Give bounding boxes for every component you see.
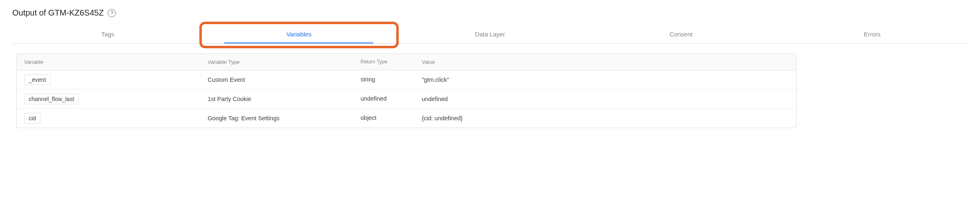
table-header-row: Variable Variable Type Return Type Value <box>17 54 796 70</box>
table-row[interactable]: cidGoogle Tag: Event Settingsobject{cid:… <box>17 109 796 128</box>
page-title: Output of GTM-KZ6S45Z <box>12 8 104 18</box>
header-value: Value <box>422 59 789 65</box>
header: Output of GTM-KZ6S45Z ? <box>12 8 968 18</box>
cell-return-type: object <box>361 115 422 122</box>
table-row[interactable]: _eventCustom Eventstring"gtm.click" <box>17 70 796 90</box>
tab-consent[interactable]: Consent <box>585 25 777 43</box>
content-area: Variable Variable Type Return Type Value… <box>12 54 968 128</box>
cell-value: "gtm.click" <box>422 76 789 83</box>
table-body: _eventCustom Eventstring"gtm.click"chann… <box>17 70 796 128</box>
cell-variable-type: Google Tag: Event Settings <box>208 115 361 122</box>
help-icon[interactable]: ? <box>108 9 116 17</box>
cell-variable-type: Custom Event <box>208 76 361 83</box>
cell-variable: _event <box>24 74 208 85</box>
tab-tags[interactable]: Tags <box>12 25 203 43</box>
cell-variable: channel_flow_last <box>24 94 208 104</box>
tab-variables[interactable]: Variables <box>203 25 395 43</box>
tabs-wrapper: TagsVariablesData LayerConsentErrors <box>12 25 968 44</box>
cell-variable: cid <box>24 113 208 124</box>
tabs: TagsVariablesData LayerConsentErrors <box>12 25 968 43</box>
cell-value: {cid: undefined} <box>422 115 789 122</box>
header-return-type: Return Type <box>361 59 422 65</box>
variable-chip[interactable]: cid <box>24 113 41 124</box>
cell-return-type: string <box>361 76 422 83</box>
header-variable-type: Variable Type <box>208 59 361 65</box>
header-variable: Variable <box>24 59 208 65</box>
cell-return-type: undefined <box>361 95 422 102</box>
variable-chip[interactable]: _event <box>24 74 50 85</box>
page-container: Output of GTM-KZ6S45Z ? TagsVariablesDat… <box>0 0 980 128</box>
variables-table: Variable Variable Type Return Type Value… <box>16 54 797 128</box>
tab-errors[interactable]: Errors <box>777 25 968 43</box>
cell-variable-type: 1st Party Cookie <box>208 96 361 102</box>
variable-chip[interactable]: channel_flow_last <box>24 94 79 104</box>
cell-value: undefined <box>422 96 789 102</box>
table-row[interactable]: channel_flow_last1st Party Cookieundefin… <box>17 90 796 109</box>
tab-data-layer[interactable]: Data Layer <box>395 25 586 43</box>
